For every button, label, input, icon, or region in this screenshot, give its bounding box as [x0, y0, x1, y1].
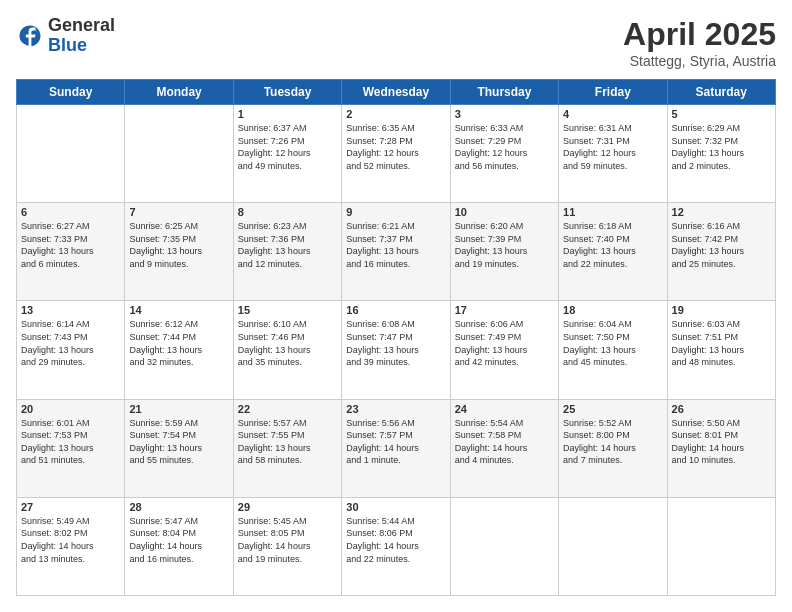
- day-info-0-6: Sunrise: 6:29 AM Sunset: 7:32 PM Dayligh…: [672, 122, 771, 172]
- day-info-4-1: Sunrise: 5:47 AM Sunset: 8:04 PM Dayligh…: [129, 515, 228, 565]
- cell-2-5: 18Sunrise: 6:04 AM Sunset: 7:50 PM Dayli…: [559, 301, 667, 399]
- cell-1-2: 8Sunrise: 6:23 AM Sunset: 7:36 PM Daylig…: [233, 203, 341, 301]
- day-info-2-5: Sunrise: 6:04 AM Sunset: 7:50 PM Dayligh…: [563, 318, 662, 368]
- day-num-2-6: 19: [672, 304, 771, 316]
- logo-text: General Blue: [48, 16, 115, 56]
- cell-2-6: 19Sunrise: 6:03 AM Sunset: 7:51 PM Dayli…: [667, 301, 775, 399]
- day-num-2-5: 18: [563, 304, 662, 316]
- day-info-3-2: Sunrise: 5:57 AM Sunset: 7:55 PM Dayligh…: [238, 417, 337, 467]
- cell-2-4: 17Sunrise: 6:06 AM Sunset: 7:49 PM Dayli…: [450, 301, 558, 399]
- day-info-2-0: Sunrise: 6:14 AM Sunset: 7:43 PM Dayligh…: [21, 318, 120, 368]
- day-num-0-2: 1: [238, 108, 337, 120]
- day-info-1-5: Sunrise: 6:18 AM Sunset: 7:40 PM Dayligh…: [563, 220, 662, 270]
- day-info-3-0: Sunrise: 6:01 AM Sunset: 7:53 PM Dayligh…: [21, 417, 120, 467]
- day-info-2-1: Sunrise: 6:12 AM Sunset: 7:44 PM Dayligh…: [129, 318, 228, 368]
- col-thursday: Thursday: [450, 80, 558, 105]
- week-row-0: 1Sunrise: 6:37 AM Sunset: 7:26 PM Daylig…: [17, 105, 776, 203]
- day-info-0-2: Sunrise: 6:37 AM Sunset: 7:26 PM Dayligh…: [238, 122, 337, 172]
- col-friday: Friday: [559, 80, 667, 105]
- header-row: Sunday Monday Tuesday Wednesday Thursday…: [17, 80, 776, 105]
- day-info-4-2: Sunrise: 5:45 AM Sunset: 8:05 PM Dayligh…: [238, 515, 337, 565]
- cell-0-6: 5Sunrise: 6:29 AM Sunset: 7:32 PM Daylig…: [667, 105, 775, 203]
- day-info-3-3: Sunrise: 5:56 AM Sunset: 7:57 PM Dayligh…: [346, 417, 445, 467]
- day-info-0-3: Sunrise: 6:35 AM Sunset: 7:28 PM Dayligh…: [346, 122, 445, 172]
- day-num-4-3: 30: [346, 501, 445, 513]
- day-info-3-5: Sunrise: 5:52 AM Sunset: 8:00 PM Dayligh…: [563, 417, 662, 467]
- cell-2-1: 14Sunrise: 6:12 AM Sunset: 7:44 PM Dayli…: [125, 301, 233, 399]
- calendar-title: April 2025: [623, 16, 776, 53]
- day-info-2-2: Sunrise: 6:10 AM Sunset: 7:46 PM Dayligh…: [238, 318, 337, 368]
- day-num-2-0: 13: [21, 304, 120, 316]
- day-num-0-6: 5: [672, 108, 771, 120]
- cell-1-1: 7Sunrise: 6:25 AM Sunset: 7:35 PM Daylig…: [125, 203, 233, 301]
- week-row-3: 20Sunrise: 6:01 AM Sunset: 7:53 PM Dayli…: [17, 399, 776, 497]
- day-info-4-0: Sunrise: 5:49 AM Sunset: 8:02 PM Dayligh…: [21, 515, 120, 565]
- day-info-2-6: Sunrise: 6:03 AM Sunset: 7:51 PM Dayligh…: [672, 318, 771, 368]
- day-info-1-0: Sunrise: 6:27 AM Sunset: 7:33 PM Dayligh…: [21, 220, 120, 270]
- day-info-0-4: Sunrise: 6:33 AM Sunset: 7:29 PM Dayligh…: [455, 122, 554, 172]
- day-info-2-4: Sunrise: 6:06 AM Sunset: 7:49 PM Dayligh…: [455, 318, 554, 368]
- cell-3-1: 21Sunrise: 5:59 AM Sunset: 7:54 PM Dayli…: [125, 399, 233, 497]
- day-num-4-2: 29: [238, 501, 337, 513]
- day-num-2-4: 17: [455, 304, 554, 316]
- day-info-3-1: Sunrise: 5:59 AM Sunset: 7:54 PM Dayligh…: [129, 417, 228, 467]
- cell-3-6: 26Sunrise: 5:50 AM Sunset: 8:01 PM Dayli…: [667, 399, 775, 497]
- day-info-3-6: Sunrise: 5:50 AM Sunset: 8:01 PM Dayligh…: [672, 417, 771, 467]
- cell-4-0: 27Sunrise: 5:49 AM Sunset: 8:02 PM Dayli…: [17, 497, 125, 595]
- day-num-1-2: 8: [238, 206, 337, 218]
- logo: General Blue: [16, 16, 115, 56]
- day-num-3-0: 20: [21, 403, 120, 415]
- day-num-1-4: 10: [455, 206, 554, 218]
- day-num-1-5: 11: [563, 206, 662, 218]
- day-num-0-4: 3: [455, 108, 554, 120]
- day-num-0-3: 2: [346, 108, 445, 120]
- col-tuesday: Tuesday: [233, 80, 341, 105]
- day-num-3-6: 26: [672, 403, 771, 415]
- day-num-0-5: 4: [563, 108, 662, 120]
- title-block: April 2025 Stattegg, Styria, Austria: [623, 16, 776, 69]
- logo-blue-text: Blue: [48, 36, 115, 56]
- calendar-subtitle: Stattegg, Styria, Austria: [623, 53, 776, 69]
- cell-0-5: 4Sunrise: 6:31 AM Sunset: 7:31 PM Daylig…: [559, 105, 667, 203]
- cell-0-1: [125, 105, 233, 203]
- day-num-1-1: 7: [129, 206, 228, 218]
- day-num-2-2: 15: [238, 304, 337, 316]
- day-info-1-4: Sunrise: 6:20 AM Sunset: 7:39 PM Dayligh…: [455, 220, 554, 270]
- day-info-1-1: Sunrise: 6:25 AM Sunset: 7:35 PM Dayligh…: [129, 220, 228, 270]
- cell-3-0: 20Sunrise: 6:01 AM Sunset: 7:53 PM Dayli…: [17, 399, 125, 497]
- day-num-1-3: 9: [346, 206, 445, 218]
- cell-2-0: 13Sunrise: 6:14 AM Sunset: 7:43 PM Dayli…: [17, 301, 125, 399]
- day-num-2-1: 14: [129, 304, 228, 316]
- cell-0-4: 3Sunrise: 6:33 AM Sunset: 7:29 PM Daylig…: [450, 105, 558, 203]
- col-saturday: Saturday: [667, 80, 775, 105]
- cell-4-1: 28Sunrise: 5:47 AM Sunset: 8:04 PM Dayli…: [125, 497, 233, 595]
- cell-4-5: [559, 497, 667, 595]
- day-info-1-6: Sunrise: 6:16 AM Sunset: 7:42 PM Dayligh…: [672, 220, 771, 270]
- cell-3-5: 25Sunrise: 5:52 AM Sunset: 8:00 PM Dayli…: [559, 399, 667, 497]
- day-num-1-0: 6: [21, 206, 120, 218]
- cell-3-4: 24Sunrise: 5:54 AM Sunset: 7:58 PM Dayli…: [450, 399, 558, 497]
- cell-1-3: 9Sunrise: 6:21 AM Sunset: 7:37 PM Daylig…: [342, 203, 450, 301]
- day-num-4-1: 28: [129, 501, 228, 513]
- header: General Blue April 2025 Stattegg, Styria…: [16, 16, 776, 69]
- cell-2-3: 16Sunrise: 6:08 AM Sunset: 7:47 PM Dayli…: [342, 301, 450, 399]
- cell-1-4: 10Sunrise: 6:20 AM Sunset: 7:39 PM Dayli…: [450, 203, 558, 301]
- calendar-table: Sunday Monday Tuesday Wednesday Thursday…: [16, 79, 776, 596]
- logo-icon: [16, 22, 44, 50]
- day-num-2-3: 16: [346, 304, 445, 316]
- day-num-3-3: 23: [346, 403, 445, 415]
- cell-4-6: [667, 497, 775, 595]
- col-sunday: Sunday: [17, 80, 125, 105]
- day-info-0-5: Sunrise: 6:31 AM Sunset: 7:31 PM Dayligh…: [563, 122, 662, 172]
- cell-4-2: 29Sunrise: 5:45 AM Sunset: 8:05 PM Dayli…: [233, 497, 341, 595]
- col-wednesday: Wednesday: [342, 80, 450, 105]
- cell-0-0: [17, 105, 125, 203]
- day-info-3-4: Sunrise: 5:54 AM Sunset: 7:58 PM Dayligh…: [455, 417, 554, 467]
- cell-1-0: 6Sunrise: 6:27 AM Sunset: 7:33 PM Daylig…: [17, 203, 125, 301]
- week-row-2: 13Sunrise: 6:14 AM Sunset: 7:43 PM Dayli…: [17, 301, 776, 399]
- cell-3-2: 22Sunrise: 5:57 AM Sunset: 7:55 PM Dayli…: [233, 399, 341, 497]
- cell-4-4: [450, 497, 558, 595]
- cell-1-5: 11Sunrise: 6:18 AM Sunset: 7:40 PM Dayli…: [559, 203, 667, 301]
- page: General Blue April 2025 Stattegg, Styria…: [0, 0, 792, 612]
- cell-0-3: 2Sunrise: 6:35 AM Sunset: 7:28 PM Daylig…: [342, 105, 450, 203]
